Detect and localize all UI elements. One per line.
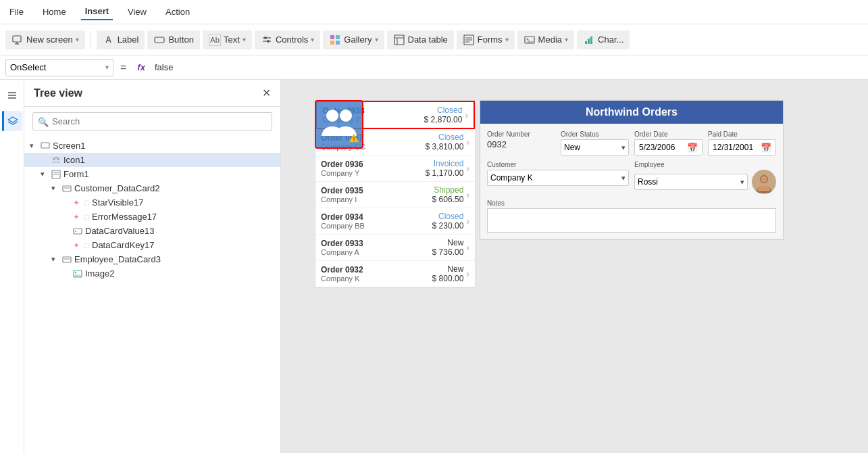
svg-rect-0 <box>13 36 21 42</box>
main-area: Tree view ✕ 🔍 ▾ Screen1 <box>0 80 868 453</box>
list-item-5[interactable]: Order 0933 Company A New $ 736.00 › <box>315 235 475 261</box>
employee-avatar <box>752 170 776 194</box>
tree-body: ▾ Screen1 Icon1 <box>24 136 280 453</box>
text-button[interactable]: Ab Text ▾ <box>203 30 252 49</box>
tree-item-employee-datacard[interactable]: ▾ Employee_DataCard3 <box>24 252 280 266</box>
svg-rect-11 <box>336 41 340 45</box>
menu-home[interactable]: Home <box>39 4 70 20</box>
order-number-label: Order Number <box>487 130 555 138</box>
search-input[interactable] <box>32 112 272 130</box>
tree-item-form1[interactable]: ▾ Form1 <box>24 167 280 181</box>
icon1-label: Icon1 <box>63 155 85 165</box>
order-company-3: Company I <box>321 195 363 204</box>
customer-datacard-label: Customer_DataCard2 <box>74 183 159 193</box>
tree-item-datacardkey17[interactable]: ✦ ◌ DataCardKey17 <box>24 238 280 252</box>
menu-view[interactable]: View <box>124 4 151 20</box>
datacardvalue13-label: DataCardValue13 <box>85 226 154 236</box>
notes-field: Notes <box>487 199 776 233</box>
svg-point-6 <box>264 37 267 39</box>
forms-btn-label: Forms <box>478 34 503 45</box>
new-screen-button[interactable]: New screen ▾ <box>5 30 85 49</box>
gallery-icon <box>329 34 341 46</box>
tree-item-image2[interactable]: Image2 <box>24 266 280 281</box>
button-button[interactable]: Button <box>147 30 200 49</box>
tree-item-customer-datacard[interactable]: ▾ Customer_DataCard2 <box>24 181 280 195</box>
customer-chevron: ▾ <box>621 174 626 183</box>
svg-point-20 <box>526 38 528 40</box>
menu-insert[interactable]: Insert <box>81 3 113 20</box>
order-id-5: Order 0933 <box>321 239 363 248</box>
list-item-3[interactable]: Order 0935 Company I Shipped $ 606.50 › <box>315 182 475 208</box>
chevron-1: › <box>466 137 469 147</box>
order-status-select[interactable]: New ▾ <box>561 139 629 156</box>
layers-button[interactable] <box>2 111 22 131</box>
order-company-2: Company Y <box>321 169 363 177</box>
order-id-4: Order 0934 <box>321 212 365 222</box>
expand-icon-form: ▾ <box>41 170 50 178</box>
button-icon <box>153 34 165 46</box>
svg-rect-23 <box>590 37 592 44</box>
list-item-6[interactable]: Order 0932 Company K New $ 800.00 › <box>315 261 475 287</box>
property-selector[interactable]: OnSelect ▾ <box>5 59 113 76</box>
calendar-icon-2[interactable]: 📅 <box>761 143 771 153</box>
label-button[interactable]: A Label <box>97 30 145 49</box>
paid-date-value: 12/31/2001 <box>713 143 753 152</box>
chart-button[interactable]: Char... <box>577 30 630 49</box>
tree-item-screen1[interactable]: ▾ Screen1 <box>24 139 280 153</box>
label-icon: A <box>103 34 115 46</box>
svg-point-43 <box>340 110 352 122</box>
tree-close-button[interactable]: ✕ <box>262 87 271 99</box>
customer-select[interactable]: Company K ▾ <box>487 170 629 186</box>
calendar-icon-1[interactable]: 📅 <box>687 143 698 153</box>
svg-point-28 <box>53 158 55 160</box>
controls-button[interactable]: Controls ▾ <box>255 30 320 49</box>
order-company-6: Company K <box>321 275 363 283</box>
gallery-chevron: ▾ <box>375 36 378 43</box>
input-box-icon <box>73 228 82 235</box>
order-amount-1: $ 3,810.00 <box>426 142 464 151</box>
formula-bar: OnSelect ▾ = fx false <box>0 55 868 80</box>
datacard-icon <box>62 184 72 193</box>
svg-rect-36 <box>74 229 82 234</box>
employee-select[interactable]: Rossi ▾ <box>634 174 748 190</box>
separator-1 <box>91 30 91 49</box>
menu-file[interactable]: File <box>5 4 28 20</box>
text-icon: Ab <box>209 34 221 46</box>
tree-item-datacardvalue13[interactable]: DataCardValue13 <box>24 224 280 238</box>
order-amount-2: $ 1,170.00 <box>426 168 464 178</box>
order-status-select-value: New <box>564 143 580 152</box>
image2-label: Image2 <box>85 268 114 279</box>
order-date-input[interactable]: 5/23/2006 📅 <box>634 139 703 156</box>
paid-date-input[interactable]: 12/31/2001 📅 <box>708 139 776 156</box>
paid-date-field: Paid Date 12/31/2001 📅 <box>708 130 776 156</box>
tree-item-starvisible17[interactable]: ✦ ◌ StarVisible17 <box>24 195 280 210</box>
form1-label: Form1 <box>63 169 89 179</box>
tree-panel: Tree view ✕ 🔍 ▾ Screen1 <box>24 80 281 453</box>
expand-icon-emp: ▾ <box>51 255 61 264</box>
tree-item-errormessage17[interactable]: ✦ ◌ ErrorMessage17 <box>24 210 280 224</box>
text-chevron: ▾ <box>242 36 246 43</box>
paid-date-label: Paid Date <box>708 130 776 138</box>
emp-datacard-icon <box>62 255 72 264</box>
new-screen-icon <box>11 34 24 46</box>
form-title: Northwind Orders <box>480 101 783 124</box>
tree-item-icon1[interactable]: Icon1 <box>24 153 280 167</box>
menu-action[interactable]: Action <box>161 4 194 20</box>
icon-widget[interactable]: ! <box>315 100 363 149</box>
notes-input[interactable] <box>487 208 776 233</box>
forms-button[interactable]: Forms ▾ <box>457 30 515 49</box>
chart-icon <box>583 34 595 46</box>
svg-rect-8 <box>330 35 334 39</box>
form-panel: Northwind Orders Order Number 0932 Order… <box>480 100 784 240</box>
list-item-4[interactable]: Order 0934 Company BB Closed $ 230.00 › <box>315 208 475 235</box>
chevron-2: › <box>466 163 469 174</box>
list-item-2[interactable]: Order 0936 Company Y Invoiced $ 1,170.00… <box>315 156 475 182</box>
data-table-button[interactable]: Data table <box>387 30 454 49</box>
order-status-field: Order Status New ▾ <box>561 130 629 156</box>
formula-value[interactable]: false <box>152 61 863 74</box>
media-button[interactable]: Media ▾ <box>517 30 574 49</box>
svg-rect-9 <box>336 35 340 39</box>
gallery-button[interactable]: Gallery ▾ <box>323 30 384 49</box>
property-value: OnSelect <box>10 62 46 72</box>
hamburger-menu-button[interactable] <box>2 85 22 105</box>
